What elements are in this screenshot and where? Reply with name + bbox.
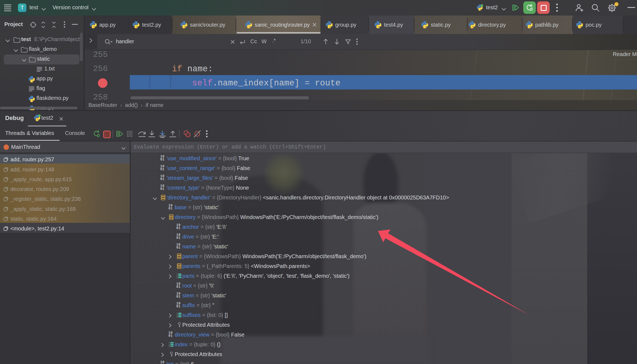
svg-text:3: 3 <box>177 277 178 279</box>
svg-text:3: 3 <box>169 345 170 347</box>
svg-text:3: 3 <box>177 316 178 318</box>
